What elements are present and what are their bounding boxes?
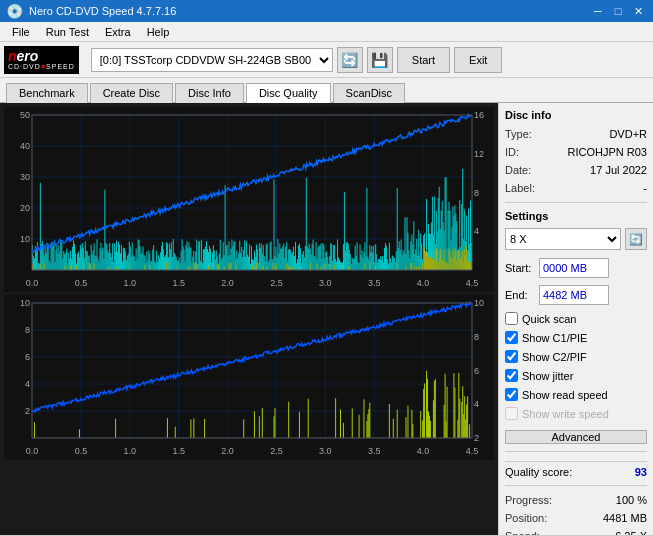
id-value: RICOHJPN R03 [568, 146, 647, 158]
end-mb-row: End: [505, 285, 647, 305]
progress-value: 100 % [616, 494, 647, 506]
disc-label-row: Label: - [505, 181, 647, 195]
show-c1pie-label: Show C1/PIE [522, 332, 587, 344]
right-panel: Disc info Type: DVD+R ID: RICOHJPN R03 D… [498, 103, 653, 535]
show-c2pif-row: Show C2/PIF [505, 350, 647, 363]
show-jitter-checkbox[interactable] [505, 369, 518, 382]
disc-info-title: Disc info [505, 109, 647, 121]
show-jitter-label: Show jitter [522, 370, 573, 382]
progress-row: Progress: 100 % [505, 493, 647, 507]
tab-disc-quality[interactable]: Disc Quality [246, 83, 331, 103]
menu-extra[interactable]: Extra [97, 22, 139, 41]
start-mb-row: Start: [505, 258, 647, 278]
menu-file[interactable]: File [4, 22, 38, 41]
main-content: Disc info Type: DVD+R ID: RICOHJPN R03 D… [0, 103, 653, 535]
bottom-chart [4, 295, 494, 460]
advanced-button[interactable]: Advanced [505, 430, 647, 444]
drive-select[interactable]: [0:0] TSSTcorp CDDVDW SH-224GB SB00 [91, 48, 333, 72]
title-bar-controls: ─ □ ✕ [589, 3, 647, 19]
position-label: Position: [505, 512, 547, 524]
start-button[interactable]: Start [397, 47, 450, 73]
tab-scan-disc[interactable]: ScanDisc [333, 83, 405, 103]
speed-select[interactable]: 8 X [505, 228, 621, 250]
quick-scan-label: Quick scan [522, 313, 576, 325]
progress-label: Progress: [505, 494, 552, 506]
id-label: ID: [505, 146, 519, 158]
refresh-icon[interactable]: 🔄 [337, 47, 363, 73]
menu-help[interactable]: Help [139, 22, 178, 41]
speed-read-value: 6.25 X [615, 530, 647, 535]
close-button[interactable]: ✕ [629, 3, 647, 19]
quick-scan-row: Quick scan [505, 312, 647, 325]
show-read-speed-checkbox[interactable] [505, 388, 518, 401]
title-bar: 💿 Nero CD-DVD Speed 4.7.7.16 ─ □ ✕ [0, 0, 653, 22]
start-mb-input[interactable] [539, 258, 609, 278]
menu-run-test[interactable]: Run Test [38, 22, 97, 41]
end-mb-input[interactable] [539, 285, 609, 305]
show-read-speed-label: Show read speed [522, 389, 608, 401]
minimize-button[interactable]: ─ [589, 3, 607, 19]
toolbar: nero CD·DVD■SPEED [0:0] TSSTcorp CDDVDW … [0, 42, 653, 78]
divider-3 [505, 485, 647, 486]
save-icon[interactable]: 💾 [367, 47, 393, 73]
quality-score-label: Quality score: [505, 466, 572, 478]
position-row: Position: 4481 MB [505, 511, 647, 525]
speed-read-label: Speed: [505, 530, 540, 535]
start-mb-label: Start: [505, 262, 535, 274]
disc-id-row: ID: RICOHJPN R03 [505, 145, 647, 159]
date-label: Date: [505, 164, 531, 176]
chart-area [0, 103, 498, 535]
show-write-speed-label: Show write speed [522, 408, 609, 420]
label-label: Label: [505, 182, 535, 194]
disc-type-row: Type: DVD+R [505, 127, 647, 141]
end-mb-label: End: [505, 289, 535, 301]
divider-1 [505, 202, 647, 203]
show-c2pif-checkbox[interactable] [505, 350, 518, 363]
speed-read-row: Speed: 6.25 X [505, 529, 647, 535]
show-write-speed-row: Show write speed [505, 407, 647, 420]
speed-row: 8 X 🔄 [505, 228, 647, 250]
tab-benchmark[interactable]: Benchmark [6, 83, 88, 103]
exit-button[interactable]: Exit [454, 47, 502, 73]
show-c1pie-row: Show C1/PIE [505, 331, 647, 344]
type-value: DVD+R [609, 128, 647, 140]
show-c1pie-checkbox[interactable] [505, 331, 518, 344]
speed-refresh-icon[interactable]: 🔄 [625, 228, 647, 250]
title-bar-title: Nero CD-DVD Speed 4.7.7.16 [29, 5, 176, 17]
settings-title: Settings [505, 210, 647, 222]
quality-score-row: Quality score: 93 [505, 461, 647, 478]
menu-bar: File Run Test Extra Help [0, 22, 653, 42]
position-value: 4481 MB [603, 512, 647, 524]
tab-disc-info[interactable]: Disc Info [175, 83, 244, 103]
maximize-button[interactable]: □ [609, 3, 627, 19]
show-read-speed-row: Show read speed [505, 388, 647, 401]
label-value: - [643, 182, 647, 194]
disc-date-row: Date: 17 Jul 2022 [505, 163, 647, 177]
show-write-speed-checkbox[interactable] [505, 407, 518, 420]
tab-create-disc[interactable]: Create Disc [90, 83, 173, 103]
quick-scan-checkbox[interactable] [505, 312, 518, 325]
type-label: Type: [505, 128, 532, 140]
tabs-bar: Benchmark Create Disc Disc Info Disc Qua… [0, 78, 653, 103]
divider-2 [505, 451, 647, 452]
show-c2pif-label: Show C2/PIF [522, 351, 587, 363]
top-chart [4, 107, 494, 292]
show-jitter-row: Show jitter [505, 369, 647, 382]
date-value: 17 Jul 2022 [590, 164, 647, 176]
quality-score-value: 93 [635, 466, 647, 478]
